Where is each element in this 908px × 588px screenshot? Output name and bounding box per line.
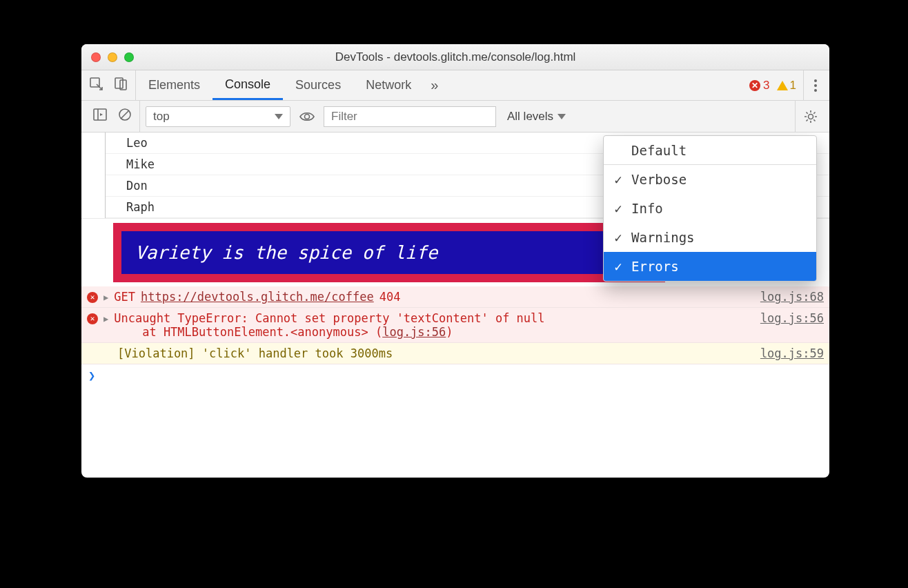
window-maximize-button[interactable]: [124, 52, 134, 62]
levels-option-errors[interactable]: ✓ Errors: [604, 252, 816, 281]
levels-option-default[interactable]: Default: [604, 136, 816, 165]
warning-count: 1: [790, 79, 796, 92]
option-label: Default: [631, 143, 687, 158]
clear-console-icon[interactable]: [117, 107, 132, 126]
window-titlebar: DevTools - devtools.glitch.me/console/lo…: [81, 44, 829, 70]
error-message: Uncaught TypeError: Cannot set property …: [114, 311, 755, 325]
option-label: Verbose: [631, 172, 687, 187]
source-link[interactable]: log.js:59: [760, 346, 824, 360]
tabbar-left-tools: [81, 70, 136, 100]
levels-option-warnings[interactable]: ✓ Warnings: [604, 223, 816, 252]
tab-label: Elements: [148, 78, 200, 92]
error-icon: ✕: [87, 313, 98, 324]
chevron-double-right-icon: »: [431, 77, 438, 93]
warning-count-badge[interactable]: 1: [777, 79, 796, 92]
source-link[interactable]: log.js:56: [760, 311, 824, 325]
log-levels-menu: Default ✓ Verbose ✓ Info ✓ Warnings ✓ Er…: [603, 135, 817, 282]
levels-option-info[interactable]: ✓ Info: [604, 194, 816, 223]
svg-point-5: [814, 89, 817, 92]
levels-label: All levels: [507, 110, 553, 124]
svg-point-3: [814, 79, 817, 82]
svg-point-4: [814, 84, 817, 87]
window-minimize-button[interactable]: [108, 52, 117, 62]
device-toolbar-icon[interactable]: [113, 76, 128, 95]
tab-label: Network: [366, 78, 411, 92]
tab-console[interactable]: Console: [213, 70, 283, 100]
levels-option-verbose[interactable]: ✓ Verbose: [604, 165, 816, 194]
error-count-badge[interactable]: ✕ 3: [749, 79, 769, 92]
inspect-element-icon[interactable]: [88, 76, 103, 95]
devtools-tabbar: Elements Console Sources Network » ✕ 3 1: [81, 70, 829, 101]
http-status: 404: [379, 290, 401, 304]
check-icon: ✓: [612, 172, 624, 187]
window-title: DevTools - devtools.glitch.me/console/lo…: [81, 50, 829, 64]
styled-log-message[interactable]: Variety is the spice of life: [113, 223, 665, 282]
tabs-overflow-button[interactable]: »: [424, 77, 445, 93]
check-icon: ✓: [612, 230, 624, 245]
svg-point-8: [305, 114, 310, 119]
error-icon: ✕: [87, 292, 98, 303]
error-row[interactable]: ✕ ▶ Uncaught TypeError: Cannot set prope…: [81, 308, 829, 343]
chevron-down-icon: [557, 114, 566, 119]
svg-point-9: [808, 114, 813, 119]
option-label: Errors: [631, 259, 679, 274]
tab-elements[interactable]: Elements: [136, 70, 213, 100]
tab-label: Sources: [295, 78, 341, 92]
tab-network[interactable]: Network: [353, 70, 424, 100]
tab-label: Console: [225, 77, 270, 92]
check-icon: ✓: [612, 259, 624, 274]
toolbar-left-group: [86, 101, 140, 132]
console-prompt[interactable]: ❯: [81, 364, 829, 386]
console-toolbar: top All levels: [81, 101, 829, 133]
http-method: GET: [114, 290, 135, 304]
live-expression-icon[interactable]: [296, 108, 318, 125]
tab-list: Elements Console Sources Network »: [136, 70, 445, 100]
chevron-down-icon: [275, 114, 283, 119]
traffic-lights: [91, 52, 134, 62]
console-settings-button[interactable]: [795, 101, 825, 132]
error-row[interactable]: ✕ ▶ GET https://devtools.glitch.me/coffe…: [81, 286, 829, 308]
expand-icon[interactable]: ▶: [103, 293, 108, 302]
window-close-button[interactable]: [91, 52, 101, 62]
console-output: Leo Mike Don Raph Variety is the spice o…: [81, 133, 829, 478]
source-link[interactable]: log.js:68: [760, 290, 824, 304]
option-label: Warnings: [631, 230, 695, 245]
sidebar-toggle-icon[interactable]: [92, 107, 108, 126]
more-menu-button[interactable]: [803, 70, 827, 100]
option-label: Info: [631, 201, 663, 216]
stack-frame: at HTMLButtonElement.<anonymous> (log.js…: [114, 325, 755, 339]
prompt-icon: ❯: [88, 369, 95, 382]
violation-message: [Violation] 'click' handler took 3000ms: [117, 346, 393, 360]
violation-row[interactable]: [Violation] 'click' handler took 3000ms …: [81, 343, 829, 364]
execution-context-select[interactable]: top: [146, 106, 290, 127]
stack-source-link[interactable]: log.js:56: [382, 325, 446, 339]
expand-icon[interactable]: ▶: [103, 314, 108, 324]
filter-input[interactable]: [324, 106, 496, 127]
error-icon: ✕: [749, 80, 760, 91]
tabbar-right: ✕ 3 1: [749, 70, 829, 100]
context-label: top: [153, 110, 170, 124]
tab-sources[interactable]: Sources: [283, 70, 353, 100]
request-url[interactable]: https://devtools.glitch.me/coffee: [141, 290, 374, 304]
devtools-window: DevTools - devtools.glitch.me/console/lo…: [81, 44, 829, 478]
log-levels-select[interactable]: All levels: [507, 110, 566, 124]
warning-icon: [777, 81, 788, 90]
check-icon: ✓: [612, 201, 624, 216]
error-count: 3: [763, 79, 769, 92]
